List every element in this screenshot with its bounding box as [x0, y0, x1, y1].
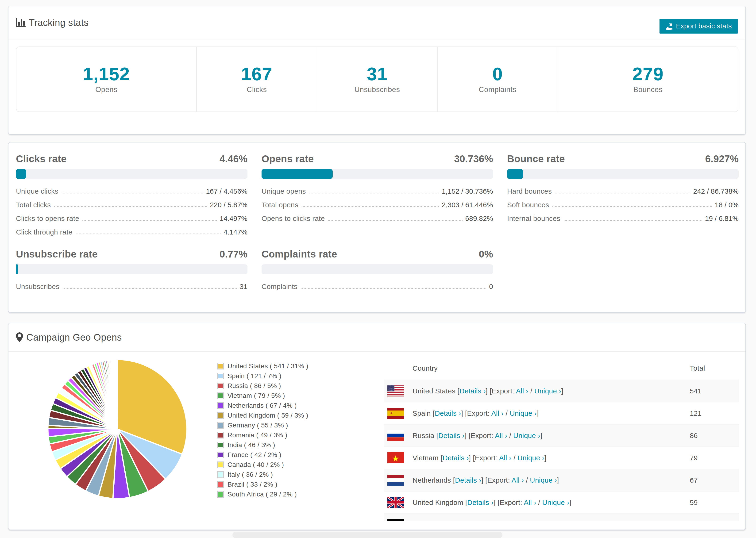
export-label: Export:: [478, 521, 501, 521]
flag-icon-ru: [387, 430, 404, 441]
rate-row-value: 2,303 / 61.446%: [442, 201, 493, 210]
export-unique-link[interactable]: Unique ›: [517, 454, 544, 462]
export-label: Export:: [467, 409, 490, 417]
dotted-leader: [309, 193, 439, 193]
export-all-link[interactable]: All ›: [503, 521, 515, 521]
geo-table-row-es: Spain [Details ›] [Export: All › / Uniqu…: [384, 402, 739, 424]
geo-table-row-gb: United Kingdom [Details ›] [Export: All …: [384, 491, 739, 513]
legend-item: Russia ( 86 / 5% ): [217, 381, 308, 391]
total-cell: 79: [690, 454, 698, 462]
export-label: Export:: [487, 476, 510, 484]
stat-value: 0: [492, 65, 503, 83]
legend-item: United States ( 541 / 31% ): [217, 361, 308, 371]
legend-swatch: [217, 373, 224, 379]
rate-value: 0.77%: [220, 248, 247, 260]
details-link[interactable]: Details ›: [446, 521, 472, 521]
legend-swatch: [217, 422, 224, 429]
horizontal-scrollbar-thumb[interactable]: [233, 532, 503, 538]
country-cell: Russia [Details ›] [Export: All › / Uniq…: [412, 432, 542, 440]
rate-progress-bar: [507, 169, 739, 179]
legend-label: Spain ( 121 / 7% ): [228, 372, 282, 380]
rate-row: Unique clicks167 / 4.456%: [16, 183, 247, 197]
rate-progress-bar: [261, 264, 493, 274]
country-cell: United Kingdom [Details ›] [Export: All …: [412, 499, 571, 507]
legend-label: India ( 46 / 3% ): [228, 441, 275, 449]
stat-value: 1,152: [83, 65, 130, 83]
details-link[interactable]: Details ›: [459, 387, 486, 395]
rate-row-label: Total opens: [261, 201, 298, 210]
dotted-leader: [553, 206, 712, 207]
geo-table-header-row: CountryTotal: [384, 357, 739, 380]
export-all-link[interactable]: All ›: [516, 387, 528, 395]
rate-progress-bar: [16, 169, 247, 179]
rate-title: Clicks rate: [16, 153, 67, 165]
details-link[interactable]: Details ›: [455, 476, 481, 484]
rate-section-clicks: Clicks rate4.46%Unique clicks167 / 4.456…: [16, 153, 247, 238]
dotted-leader: [564, 220, 702, 221]
details-link[interactable]: Details ›: [443, 454, 469, 462]
legend-item: Netherlands ( 67 / 4% ): [217, 401, 308, 410]
rate-progress-bar: [261, 169, 493, 179]
legend-item: United Kingdom ( 59 / 3% ): [217, 410, 308, 420]
rate-row: Click through rate4.147%: [16, 224, 247, 238]
rate-section-complaints: Complaints rate0%Complaints0: [261, 248, 493, 292]
rate-row-label: Clicks to opens rate: [16, 215, 79, 224]
rate-row: Hard bounces242 / 86.738%: [507, 183, 739, 197]
rates-card: Clicks rate4.46%Unique clicks167 / 4.456…: [8, 142, 746, 313]
rate-value: 30.736%: [454, 153, 493, 165]
details-link[interactable]: Details ›: [435, 409, 461, 417]
total-cell: 86: [690, 432, 698, 440]
rate-row-label: Complaints: [261, 283, 297, 292]
export-icon: [666, 23, 673, 30]
export-unique-link[interactable]: Unique ›: [510, 409, 537, 417]
legend-swatch: [217, 491, 224, 498]
legend-item: Italy ( 36 / 2% ): [217, 470, 308, 480]
export-unique-link[interactable]: Unique ›: [534, 387, 561, 395]
geo-table: CountryTotalUnited States [Details ›] [E…: [384, 357, 739, 521]
dotted-leader: [54, 206, 207, 207]
total-cell: 67: [690, 476, 698, 484]
legend-swatch: [217, 452, 224, 458]
pie-legend: United States ( 541 / 31% )Spain ( 121 /…: [217, 361, 308, 499]
geo-table-row-ru: Russia [Details ›] [Export: All › / Uniq…: [384, 424, 739, 447]
rate-row-value: 220 / 5.87%: [210, 201, 247, 210]
rate-value: 6.927%: [705, 153, 739, 165]
page-title: Tracking stats: [29, 17, 88, 28]
export-all-link[interactable]: All ›: [499, 454, 512, 462]
rate-row-label: Unique opens: [261, 187, 306, 197]
legend-item: Spain ( 121 / 7% ): [217, 371, 308, 381]
geo-header: Campaign Geo Opens: [9, 323, 745, 352]
rate-section-bounce: Bounce rate6.927%Hard bounces242 / 86.73…: [507, 153, 739, 224]
details-link[interactable]: Details ›: [467, 499, 494, 506]
details-link[interactable]: Details ›: [438, 432, 465, 439]
legend-swatch: [217, 363, 224, 369]
legend-item: South Africa ( 29 / 2% ): [217, 489, 308, 499]
country-cell: Spain [Details ›] [Export: All › / Uniqu…: [412, 409, 539, 417]
legend-swatch: [217, 412, 224, 419]
geo-title: Campaign Geo Opens: [26, 332, 122, 343]
export-basic-stats-button[interactable]: Export basic stats: [660, 19, 738, 33]
bar-chart-icon: [16, 18, 26, 27]
export-unique-link[interactable]: Unique ›: [513, 432, 540, 439]
legend-label: United Kingdom ( 59 / 3% ): [228, 412, 308, 419]
rate-title: Unsubscribe rate: [16, 248, 98, 260]
export-all-link[interactable]: All ›: [524, 499, 536, 506]
country-column-header: Country: [412, 364, 438, 372]
export-unique-link[interactable]: Unique ›: [542, 499, 569, 506]
rate-row: Unsubscribes31: [16, 278, 247, 292]
flag-icon-es: [387, 408, 404, 419]
export-unique-link[interactable]: Unique ›: [530, 476, 557, 484]
rate-row-label: Click through rate: [16, 228, 73, 238]
country-cell: United States [Details ›] [Export: All ›…: [412, 387, 563, 395]
tracking-stats-card: Tracking stats Export basic stats 1,152O…: [8, 6, 746, 134]
export-all-link[interactable]: All ›: [491, 409, 504, 417]
dotted-leader: [62, 193, 203, 193]
geo-table-row-us: United States [Details ›] [Export: All ›…: [384, 380, 739, 402]
export-all-link[interactable]: All ›: [495, 432, 507, 439]
rate-row-label: Unique clicks: [16, 187, 58, 197]
rate-row-value: 31: [240, 283, 247, 292]
export-unique-link[interactable]: Unique ›: [521, 521, 548, 521]
rate-row-value: 689.82%: [465, 215, 493, 224]
rate-row: Total opens2,303 / 61.446%: [261, 197, 493, 210]
export-all-link[interactable]: All ›: [512, 476, 524, 484]
